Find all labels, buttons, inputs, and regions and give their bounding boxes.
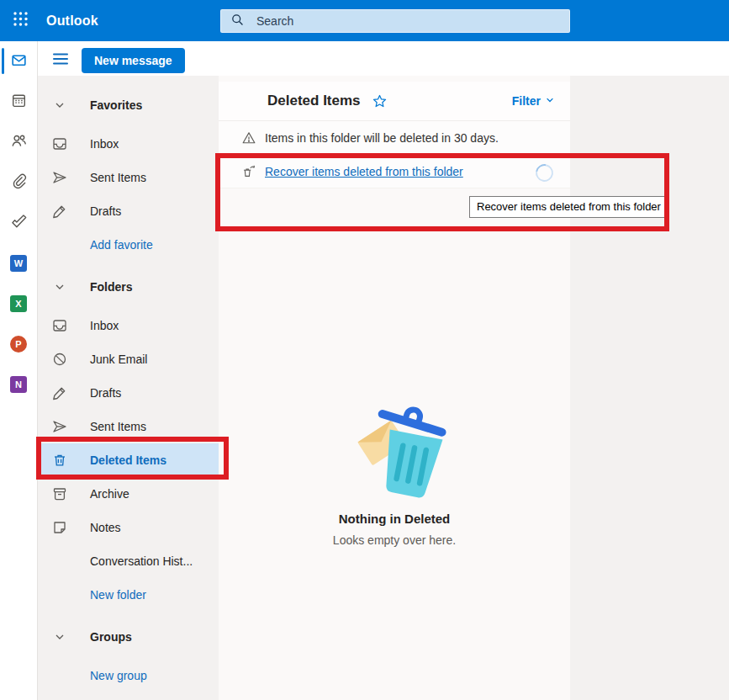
people-icon bbox=[10, 132, 28, 153]
chevron-down-icon bbox=[545, 94, 555, 108]
search-icon bbox=[230, 13, 245, 30]
section-label: Favorites bbox=[90, 98, 142, 112]
rail-excel-button[interactable]: X bbox=[0, 290, 37, 317]
sidebar-item-label: New folder bbox=[90, 588, 146, 602]
new-message-button[interactable]: New message bbox=[82, 48, 185, 73]
chevron-down-icon bbox=[51, 97, 68, 114]
retention-warning-row: Items in this folder will be deleted in … bbox=[219, 121, 570, 155]
filter-button[interactable]: Filter bbox=[512, 94, 555, 108]
section-header-favorites[interactable]: Favorites bbox=[39, 88, 219, 122]
empty-state-subtitle: Looks empty over here. bbox=[219, 533, 570, 547]
rail-onenote-button[interactable]: N bbox=[0, 371, 37, 398]
sidebar-item-junk[interactable]: Junk Email bbox=[39, 342, 219, 376]
add-favorite-link[interactable]: Add favorite bbox=[39, 228, 219, 262]
search-box[interactable] bbox=[220, 9, 570, 33]
powerpoint-icon: P bbox=[10, 336, 27, 353]
pencil-icon bbox=[51, 384, 68, 401]
sidebar-item-archive[interactable]: Archive bbox=[39, 477, 219, 511]
sidebar-item-label: Drafts bbox=[90, 386, 121, 400]
sidebar-item-label: Conversation Hist... bbox=[90, 554, 193, 568]
favorite-star-icon[interactable] bbox=[372, 93, 388, 109]
sidebar-item-label: Inbox bbox=[90, 137, 119, 151]
onenote-icon: N bbox=[10, 376, 27, 393]
empty-trash-illustration bbox=[331, 377, 457, 503]
retention-warning-text: Items in this folder will be deleted in … bbox=[265, 131, 499, 145]
sidebar-item-conversation-history[interactable]: Conversation Hist... bbox=[39, 544, 219, 578]
pencil-icon bbox=[51, 203, 68, 220]
collapse-sidebar-button[interactable] bbox=[53, 52, 68, 66]
outlook-app: Outlook New message bbox=[0, 0, 729, 700]
rail-todo-button[interactable] bbox=[0, 209, 37, 236]
empty-state-title: Nothing in Deleted bbox=[219, 512, 570, 526]
sidebar-item-deleted-items[interactable]: Deleted Items bbox=[39, 443, 219, 477]
word-icon: W bbox=[10, 255, 27, 272]
sidebar-item-label: Deleted Items bbox=[90, 453, 166, 467]
send-icon bbox=[51, 418, 68, 435]
rail-attachments-button[interactable] bbox=[0, 169, 37, 196]
warning-icon bbox=[241, 130, 256, 146]
sidebar-item-label: New group bbox=[90, 669, 147, 682]
block-icon bbox=[51, 351, 68, 368]
sidebar-item-label: Sent Items bbox=[90, 171, 146, 184]
blank-icon-slot bbox=[51, 586, 68, 603]
sidebar-item-label: Drafts bbox=[90, 204, 121, 218]
sidebar-item-drafts[interactable]: Drafts bbox=[39, 376, 219, 410]
sidebar-item-label: Notes bbox=[90, 521, 121, 534]
sidebar-item-favorites-inbox[interactable]: Inbox bbox=[39, 127, 219, 161]
inbox-icon bbox=[51, 317, 68, 334]
main-panel: Deleted Items Filter Items in this folde… bbox=[219, 76, 570, 700]
folder-sidebar: Favorites Inbox Sent Items bbox=[39, 76, 219, 700]
sidebar-item-label: Inbox bbox=[90, 319, 119, 332]
rail-calendar-button[interactable] bbox=[0, 88, 37, 115]
archive-icon bbox=[51, 485, 68, 502]
rail-mail-button[interactable] bbox=[0, 48, 37, 75]
top-app-bar: Outlook bbox=[0, 0, 729, 41]
excel-icon: X bbox=[10, 295, 27, 312]
empty-state: Nothing in Deleted Looks empty over here… bbox=[219, 377, 570, 547]
sidebar-item-favorites-sent[interactable]: Sent Items bbox=[39, 161, 219, 194]
section-label: Folders bbox=[90, 280, 133, 294]
rail-word-button[interactable]: W bbox=[0, 250, 37, 277]
inbox-icon bbox=[51, 135, 68, 152]
new-group-link[interactable]: New group bbox=[39, 659, 219, 692]
blank-icon-slot bbox=[51, 667, 68, 684]
mail-icon bbox=[10, 51, 28, 72]
sidebar-item-notes[interactable]: Notes bbox=[39, 511, 219, 544]
folder-header: Deleted Items Filter bbox=[219, 82, 570, 121]
recover-items-row: Recover items deleted from this folder bbox=[219, 155, 570, 188]
tooltip: Recover items deleted from this folder bbox=[469, 196, 668, 218]
sidebar-item-label: Sent Items bbox=[90, 420, 146, 433]
section-header-folders[interactable]: Folders bbox=[39, 270, 219, 304]
sidebar-item-label: Add favorite bbox=[90, 238, 153, 252]
new-folder-link[interactable]: New folder bbox=[39, 578, 219, 612]
blank-icon-slot bbox=[51, 553, 68, 570]
note-icon bbox=[51, 519, 68, 536]
todo-check-icon bbox=[10, 213, 28, 234]
page-title: Deleted Items bbox=[267, 93, 361, 109]
search-input[interactable] bbox=[255, 13, 544, 29]
sidebar-item-label: Junk Email bbox=[90, 353, 147, 366]
trash-icon bbox=[51, 452, 68, 469]
recover-trash-icon bbox=[241, 164, 256, 179]
sidebar-item-label: Archive bbox=[90, 487, 129, 501]
blank-icon-slot bbox=[51, 236, 68, 253]
calendar-icon bbox=[10, 92, 28, 113]
app-title: Outlook bbox=[46, 13, 98, 29]
loading-spinner-icon bbox=[532, 161, 557, 185]
app-launcher-button[interactable] bbox=[0, 0, 40, 41]
sidebar-item-favorites-drafts[interactable]: Drafts bbox=[39, 194, 219, 228]
sidebar-item-sent[interactable]: Sent Items bbox=[39, 410, 219, 443]
chevron-down-icon bbox=[51, 278, 68, 295]
app-rail: W X P N bbox=[0, 41, 38, 700]
sidebar-item-inbox[interactable]: Inbox bbox=[39, 309, 219, 342]
recover-items-link[interactable]: Recover items deleted from this folder bbox=[265, 165, 463, 178]
rail-powerpoint-button[interactable]: P bbox=[0, 331, 37, 358]
rail-people-button[interactable] bbox=[0, 129, 37, 156]
filter-label: Filter bbox=[512, 94, 541, 108]
hamburger-icon bbox=[53, 54, 68, 68]
section-label: Groups bbox=[90, 630, 132, 644]
section-header-groups[interactable]: Groups bbox=[39, 620, 219, 654]
waffle-icon bbox=[13, 11, 29, 30]
send-icon bbox=[51, 169, 68, 186]
chevron-down-icon bbox=[51, 628, 68, 645]
